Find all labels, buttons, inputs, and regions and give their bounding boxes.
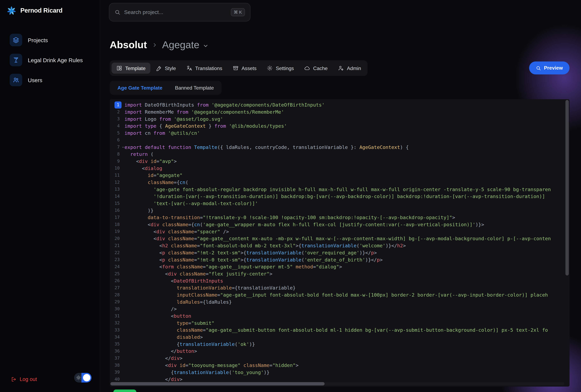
theme-toggle[interactable] xyxy=(74,373,92,383)
code-line[interactable]: import Logo from '@asset/logo.svg' xyxy=(124,116,565,123)
code-line[interactable]: <div className="flex justify-center"> xyxy=(124,270,565,277)
vertical-scrollbar[interactable] xyxy=(566,100,569,382)
line-number[interactable]: 24 xyxy=(110,263,124,270)
search-bar[interactable]: ⌘ K xyxy=(109,3,250,21)
line-number[interactable]: 13 xyxy=(110,186,124,193)
line-number[interactable]: 33 xyxy=(110,327,124,334)
code-line[interactable]: import type { AgeGateContext } from '@li… xyxy=(124,123,565,130)
subtab-banned-template[interactable]: Banned Template xyxy=(169,82,220,93)
line-number[interactable]: 4 xyxy=(110,123,124,130)
line-number[interactable]: 37 xyxy=(110,355,124,362)
line-number[interactable]: 38 xyxy=(110,362,124,369)
breadcrumb-section-dropdown[interactable]: Agegate xyxy=(162,39,208,51)
line-number[interactable]: 29 xyxy=(110,299,124,306)
line-number[interactable]: 21 xyxy=(110,242,124,249)
line-number[interactable]: 3 xyxy=(110,116,124,123)
line-number[interactable]: 40 xyxy=(110,376,124,383)
code-line[interactable] xyxy=(124,137,565,144)
tab-admin[interactable]: Admin xyxy=(333,62,366,74)
code-line[interactable]: </div> xyxy=(124,376,565,383)
code-line[interactable]: 'text-[var(--avp-modal-text-color)]' xyxy=(124,200,565,207)
code-line[interactable]: <div className={cn('age-gate__wrapper m-… xyxy=(124,221,565,228)
logout-button[interactable]: Log out xyxy=(11,376,37,382)
line-number[interactable]: 39 xyxy=(110,369,124,376)
search-input[interactable] xyxy=(124,9,227,15)
line-number[interactable]: 1 xyxy=(110,101,124,108)
line-number[interactable]: 28 xyxy=(110,291,124,299)
code-line[interactable]: <p className="!mt-2 text-sm">{translatio… xyxy=(124,249,565,256)
line-number[interactable]: 35 xyxy=(110,341,124,348)
code-line[interactable]: <div id="avp"> xyxy=(124,158,565,165)
line-number[interactable]: 2 xyxy=(110,108,124,116)
code-line[interactable]: translationVariable={translationVariable… xyxy=(124,284,565,291)
line-number[interactable]: 27 xyxy=(110,284,124,291)
editor-code[interactable]: import DateOfBirthInputs from '@agegate/… xyxy=(124,101,565,383)
code-line[interactable]: <h2 className="font-absolut-bold mb-2 te… xyxy=(124,242,565,249)
line-number[interactable]: 5 xyxy=(110,130,124,137)
tab-cache[interactable]: Cache xyxy=(300,62,332,74)
code-line[interactable]: 'age-gate font-absolut-regular backdrop … xyxy=(124,186,565,193)
line-number[interactable]: 31 xyxy=(110,313,124,320)
code-line[interactable]: export default function Tempalte({ ldaRu… xyxy=(124,144,565,151)
tab-style[interactable]: Style xyxy=(151,62,181,74)
horizontal-scrollbar-thumb[interactable] xyxy=(110,382,324,386)
code-line[interactable]: <form className="age-gate__input-wrapper… xyxy=(124,263,565,270)
tab-settings[interactable]: Settings xyxy=(262,62,299,74)
line-number[interactable]: 23 xyxy=(110,256,124,263)
line-number[interactable]: 17 xyxy=(110,214,124,221)
line-number[interactable]: 34 xyxy=(110,334,124,341)
code-line[interactable]: <div className="age-gate__content mx-aut… xyxy=(124,235,565,242)
code-line[interactable]: type="submit" xyxy=(124,320,565,327)
line-number[interactable]: 15 xyxy=(110,200,124,207)
breadcrumb-project[interactable]: Absolut xyxy=(110,39,147,51)
line-number[interactable]: 8 xyxy=(110,151,124,158)
code-line[interactable]: import RememberMe from '@agegate/compone… xyxy=(124,108,565,116)
sidebar-item-legal-drink-age-rules[interactable]: Legal Drink Age Rules xyxy=(10,53,94,67)
code-line[interactable]: <div className="spacer" /> xyxy=(124,228,565,235)
code-line[interactable]: </div> xyxy=(124,355,565,362)
code-line[interactable]: disabled> xyxy=(124,334,565,341)
code-line[interactable]: {translationVariable('too_young')} xyxy=(124,369,565,376)
code-line[interactable]: data-to-transition="!translate-y-0 !scal… xyxy=(124,214,565,221)
code-line[interactable]: <DateOfBirthInputs xyxy=(124,277,565,285)
code-line[interactable]: /> xyxy=(124,305,565,313)
sidebar-item-projects[interactable]: Projects xyxy=(10,33,94,47)
code-line[interactable]: <button xyxy=(124,313,565,320)
line-number[interactable]: 12 xyxy=(110,179,124,186)
save-button[interactable] xyxy=(114,390,136,392)
line-number[interactable]: 18 xyxy=(110,221,124,228)
code-line[interactable]: <dialog xyxy=(124,165,565,172)
horizontal-scrollbar[interactable] xyxy=(110,382,564,386)
code-line[interactable]: )} xyxy=(124,207,565,214)
code-line[interactable]: {translationVariable('ok')} xyxy=(124,341,565,348)
line-number[interactable]: 11 xyxy=(110,172,124,179)
toggle-knob[interactable] xyxy=(83,374,90,382)
code-line[interactable]: import DateOfBirthInputs from '@agegate/… xyxy=(124,101,565,108)
line-number[interactable]: 10 xyxy=(110,165,124,172)
preview-button[interactable]: Preview xyxy=(529,61,570,74)
line-number[interactable]: 19 xyxy=(110,228,124,235)
line-number[interactable]: 36 xyxy=(110,348,124,355)
tab-translations[interactable]: Translations xyxy=(182,62,227,74)
code-line[interactable]: </button> xyxy=(124,348,565,355)
code-line[interactable]: ldaRules={ldaRules} xyxy=(124,299,565,306)
line-number[interactable]: 26 xyxy=(110,277,124,285)
code-line[interactable]: return ( xyxy=(124,151,565,158)
tab-template[interactable]: Template xyxy=(112,62,150,74)
line-number[interactable]: 9 xyxy=(110,158,124,165)
line-number[interactable]: 20 xyxy=(110,235,124,242)
line-number[interactable]: 6 xyxy=(110,137,124,144)
code-line[interactable]: id="agegate" xyxy=(124,172,565,179)
line-number[interactable]: 25 xyxy=(110,270,124,277)
line-number[interactable]: 30 xyxy=(110,305,124,313)
code-line[interactable]: <div id="tooyoung-message" className="hi… xyxy=(124,362,565,369)
vertical-scrollbar-thumb[interactable] xyxy=(566,100,569,276)
code-line[interactable]: <p className="!mt-0 text-sm">{translatio… xyxy=(124,256,565,263)
subtab-age-gate-template[interactable]: Age Gate Template xyxy=(111,82,169,93)
code-line[interactable]: className={cn( xyxy=(124,179,565,186)
code-line[interactable]: import cn from '@utils/cn' xyxy=(124,130,565,137)
line-number[interactable]: 22 xyxy=(110,249,124,256)
line-number[interactable]: 14 xyxy=(110,193,124,200)
tab-assets[interactable]: Assets xyxy=(228,62,261,74)
line-number[interactable]: 16 xyxy=(110,207,124,214)
